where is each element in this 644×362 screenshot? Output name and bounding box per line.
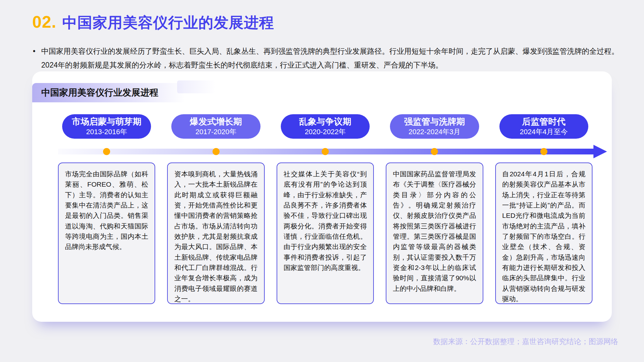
timeline-node-icon <box>431 148 438 155</box>
page-title: 02. 中国家用美容仪行业的发展进程 <box>32 12 274 33</box>
stage-period: 2017-2020年 <box>195 127 236 136</box>
stage-period: 2020-2022年 <box>305 127 346 136</box>
stage-title: 爆发式增长期 <box>190 116 242 127</box>
stage-period: 2013-2016年 <box>86 127 127 136</box>
stage-card-5: 自2024年4月1日后，合规的射频美容仪产品基本从市场上消失，行业正在等待第一批… <box>495 162 592 304</box>
stage-card-1: 市场完全由国际品牌（如科莱丽、FOREO、雅萌、松下）主导。消费者的认知主要集中… <box>58 162 155 304</box>
section-number: 02. <box>32 12 56 32</box>
intro-text: 中国家用美容仪行业的发展经历了野蛮生长、巨头入局、乱象丛生、再到强监管洗牌的典型… <box>41 44 620 72</box>
stage-title: 后监管时代 <box>522 116 565 127</box>
stage-card-row: 市场完全由国际品牌（如科莱丽、FOREO、雅萌、松下）主导。消费者的认知主要集中… <box>58 162 592 304</box>
stage-card-4: 中国国家药品监督管理局发布《关于调整〈医疗器械分类目录〉部分内容的公告》。明确规… <box>386 162 483 304</box>
intro-paragraph: • 中国家用美容仪行业的发展经历了野蛮生长、巨头入局、乱象丛生、再到强监管洗牌的… <box>33 44 620 72</box>
timeline-panel: 中国家用美容仪行业发展进程 市场启蒙与萌芽期 2013-2016年 爆发式增长期… <box>32 71 612 322</box>
panel-tag: 中国家用美容仪行业发展进程 <box>32 83 198 102</box>
bullet-point: • <box>33 44 35 72</box>
timeline-node-icon <box>540 148 547 155</box>
stage-title: 市场启蒙与萌芽期 <box>72 116 141 127</box>
stage-title: 乱象与争议期 <box>299 116 351 127</box>
stage-period: 2022-2024年3月 <box>409 127 460 136</box>
timeline-arrowhead-icon <box>593 145 607 158</box>
stage-pill-3: 乱象与争议期 2020-2022年 <box>281 114 370 139</box>
timeline-node-icon <box>213 148 220 155</box>
stage-pill-2: 爆发式增长期 2017-2020年 <box>171 114 260 139</box>
stage-pill-5: 后监管时代 2024年4月至今 <box>499 114 588 139</box>
stage-card-3: 社交媒体上关于美容仪“到底有没有用”的争论达到顶峰，由于行业标准缺失，产品良莠不… <box>277 162 374 304</box>
section-title: 中国家用美容仪行业的发展进程 <box>62 13 274 33</box>
stage-card-2: 资本嗅到商机，大量热钱涌入，一大批本土新锐品牌在此时期成立或获得巨额融资，开始凭… <box>167 162 264 304</box>
data-source-note: 数据来源：公开数据整理；嘉世咨询研究结论；图源网络 <box>433 337 618 347</box>
timeline-node-icon <box>103 148 110 155</box>
stage-pill-1: 市场启蒙与萌芽期 2013-2016年 <box>62 114 151 139</box>
stage-title: 强监管与洗牌期 <box>404 116 465 127</box>
stage-pill-4: 强监管与洗牌期 2022-2024年3月 <box>390 114 479 139</box>
stage-pill-row: 市场启蒙与萌芽期 2013-2016年 爆发式增长期 2017-2020年 乱象… <box>58 114 592 139</box>
stage-period: 2024年4月至今 <box>520 127 568 136</box>
timeline-node-row <box>58 145 592 158</box>
timeline-node-icon <box>322 148 329 155</box>
